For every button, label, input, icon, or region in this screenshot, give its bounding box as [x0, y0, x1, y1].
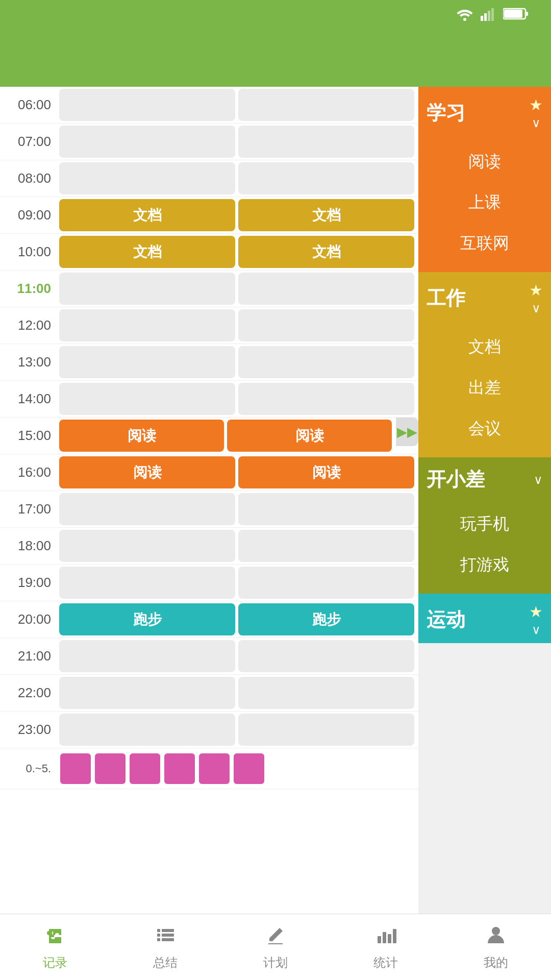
- schedule-slot[interactable]: 文档: [238, 199, 414, 231]
- time-label: 08:00: [0, 160, 56, 197]
- schedule-slot[interactable]: 文档: [59, 236, 235, 268]
- schedule-slot[interactable]: [238, 89, 414, 121]
- time-slots: [56, 712, 418, 748]
- schedule-slot[interactable]: [59, 162, 235, 194]
- chevron-down-icon[interactable]: ∨: [532, 301, 541, 315]
- tab-mine[interactable]: 我的: [441, 924, 551, 971]
- mini-row: 0.~5.: [0, 748, 418, 789]
- schedule-slot[interactable]: [59, 640, 235, 672]
- schedule-slot[interactable]: [238, 162, 414, 194]
- expand-arrow[interactable]: ▶▶: [396, 418, 418, 446]
- category-header-sport[interactable]: 运动★∨: [418, 594, 551, 643]
- schedule-slot[interactable]: [59, 567, 235, 599]
- schedule-slot[interactable]: [238, 383, 414, 415]
- tab-summary[interactable]: 总结: [110, 924, 220, 971]
- svg-rect-1: [481, 16, 483, 21]
- svg-rect-14: [378, 936, 381, 943]
- schedule-slot[interactable]: [238, 273, 414, 305]
- mini-square[interactable]: [234, 753, 264, 784]
- schedule-slot[interactable]: [238, 714, 414, 746]
- time-row: 17:00: [0, 491, 418, 528]
- svg-rect-8: [157, 929, 160, 932]
- schedule-slot[interactable]: [238, 493, 414, 525]
- schedule-slot[interactable]: [59, 273, 235, 305]
- schedule-slot[interactable]: [238, 346, 414, 378]
- battery-icon: [503, 7, 529, 24]
- schedule-slot[interactable]: 文档: [59, 199, 235, 231]
- category-item[interactable]: 互联网: [418, 223, 551, 264]
- schedule-slot[interactable]: [59, 677, 235, 709]
- category-block-slack: 开小差∨玩手机打游戏: [418, 457, 551, 594]
- chevron-down-icon[interactable]: ∨: [532, 623, 541, 637]
- schedule-slot[interactable]: 阅读: [238, 456, 414, 488]
- schedule-slot[interactable]: [59, 493, 235, 525]
- schedule-slot[interactable]: [59, 530, 235, 562]
- time-row: 16:00阅读阅读: [0, 454, 418, 491]
- schedule-slot[interactable]: 跑步: [238, 603, 414, 635]
- time-slots: [56, 491, 418, 527]
- schedule-slot[interactable]: [59, 89, 235, 121]
- schedule-slot[interactable]: 阅读: [59, 456, 235, 488]
- category-item[interactable]: 上课: [418, 182, 551, 223]
- time-slots: 阅读阅读: [56, 418, 396, 454]
- time-label: 21:00: [0, 638, 56, 674]
- schedule-slot[interactable]: [238, 567, 414, 599]
- category-icons: ★∨: [529, 96, 543, 130]
- schedule-slot[interactable]: [59, 383, 235, 415]
- tab-plan[interactable]: 计划: [220, 924, 331, 971]
- schedule-slot[interactable]: [59, 714, 235, 746]
- chevron-down-icon[interactable]: ∨: [534, 473, 543, 487]
- category-item[interactable]: 出差: [418, 368, 551, 408]
- time-slots: [56, 675, 418, 711]
- mini-square[interactable]: [199, 753, 230, 784]
- mini-square[interactable]: [164, 753, 195, 784]
- svg-point-0: [463, 18, 466, 21]
- category-item[interactable]: 会议: [418, 408, 551, 449]
- mini-square[interactable]: [95, 753, 126, 784]
- time-row: 21:00: [0, 638, 418, 675]
- list-icon: [154, 924, 177, 951]
- time-row: 10:00文档文档: [0, 234, 418, 271]
- time-row: 12:00: [0, 307, 418, 344]
- schedule-slot[interactable]: [59, 309, 235, 341]
- status-bar: [0, 0, 551, 31]
- time-row: 20:00跑步跑步: [0, 601, 418, 638]
- tab-record[interactable]: 记录: [0, 924, 110, 971]
- category-item[interactable]: 文档: [418, 327, 551, 368]
- category-header-study[interactable]: 学习★∨: [418, 87, 551, 136]
- time-slots: 文档文档: [56, 234, 418, 270]
- category-header-slack[interactable]: 开小差∨: [418, 457, 551, 499]
- chart-icon: [374, 924, 397, 951]
- time-row: 13:00: [0, 344, 418, 381]
- schedule-slot[interactable]: [238, 640, 414, 672]
- tab-label: 我的: [484, 954, 508, 971]
- time-slots: [56, 307, 418, 344]
- time-label: 10:00: [0, 234, 56, 270]
- schedule-slot[interactable]: [238, 677, 414, 709]
- chevron-down-icon[interactable]: ∨: [532, 116, 541, 130]
- category-item[interactable]: 阅读: [418, 141, 551, 182]
- schedule-slot[interactable]: 阅读: [59, 420, 224, 452]
- schedule-slot[interactable]: [238, 530, 414, 562]
- mini-square[interactable]: [130, 753, 160, 784]
- category-icons: ∨: [534, 473, 543, 487]
- category-title: 工作: [427, 285, 465, 311]
- schedule-slot[interactable]: [59, 346, 235, 378]
- category-item[interactable]: 玩手机: [418, 504, 551, 545]
- schedule-slot[interactable]: [238, 126, 414, 158]
- schedule-slot[interactable]: 文档: [238, 236, 414, 268]
- schedule-slot[interactable]: [59, 126, 235, 158]
- time-label: 17:00: [0, 491, 56, 527]
- category-item[interactable]: 打游戏: [418, 545, 551, 585]
- category-block-work: 工作★∨文档出差会议: [418, 272, 551, 457]
- time-label: 20:00: [0, 601, 56, 638]
- category-header-work[interactable]: 工作★∨: [418, 272, 551, 322]
- schedule-slot[interactable]: 阅读: [227, 420, 392, 452]
- schedule-slot[interactable]: [238, 309, 414, 341]
- svg-rect-17: [393, 929, 396, 943]
- schedule-slot[interactable]: 跑步: [59, 603, 235, 635]
- category-panel: 学习★∨阅读上课互联网工作★∨文档出差会议开小差∨玩手机打游戏运动★∨: [418, 87, 551, 914]
- tab-stats[interactable]: 统计: [331, 924, 441, 971]
- svg-rect-7: [504, 10, 522, 18]
- mini-square[interactable]: [60, 753, 91, 784]
